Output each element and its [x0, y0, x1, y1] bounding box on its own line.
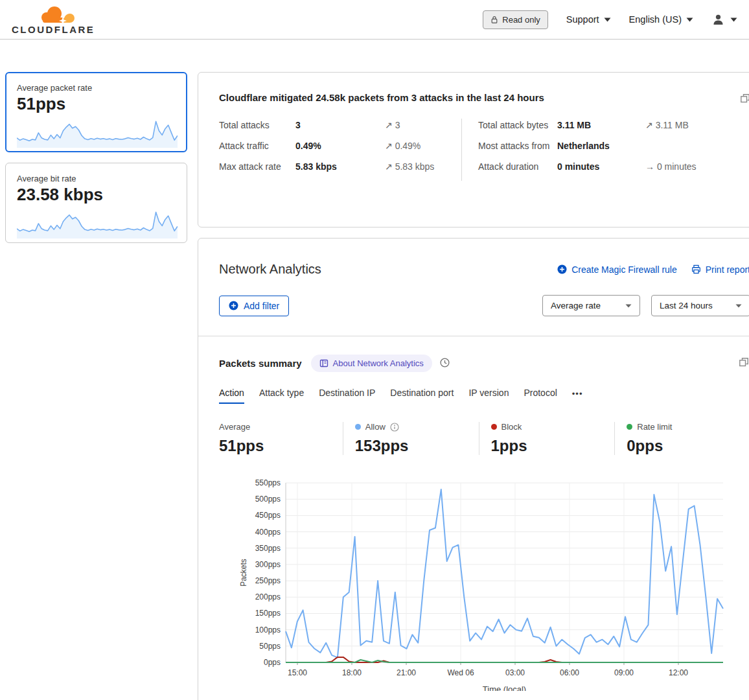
- info-icon[interactable]: [390, 423, 399, 432]
- stat-value: 153pps: [355, 437, 479, 455]
- book-icon: [319, 359, 328, 368]
- main-column: Cloudflare mitigated 24.58k packets from…: [198, 72, 749, 700]
- chevron-down-icon: [686, 18, 693, 22]
- metric-card-bit-rate[interactable]: Average bit rate 23.58 kbps: [5, 163, 187, 243]
- stat-label: Rate limit: [637, 422, 672, 432]
- cloudflare-logo-text: CLOUDFLARE: [12, 24, 95, 35]
- stat-row: Total attack bytes 3.11 MB ↗ 3.11 MB: [478, 119, 749, 132]
- trend-up-icon: ↗: [385, 141, 393, 151]
- stat-change: ↗ 3: [385, 119, 400, 132]
- stat-row: Attack traffic 0.49% ↗ 0.49%: [219, 139, 461, 153]
- stat-value: 3: [295, 119, 385, 132]
- printer-icon: [691, 264, 701, 274]
- svg-text:100pps: 100pps: [255, 625, 281, 635]
- stat-row: Total attacks 3 ↗ 3: [219, 119, 461, 132]
- stat-row: Most attacks from Netherlands: [478, 139, 749, 153]
- arrow-right-icon: →: [645, 161, 654, 172]
- packet-rate-sparkline: [17, 114, 178, 149]
- summary-stats-right: Total attack bytes 3.11 MB ↗ 3.11 MB Mos…: [461, 119, 749, 181]
- stat-change: ↗ 5.83 kbps: [385, 160, 434, 174]
- chevron-down-icon: [604, 18, 611, 22]
- clock-icon: [440, 358, 450, 368]
- packets-chart: 0pps50pps100pps150pps200pps250pps300pps3…: [237, 477, 749, 694]
- read-only-badge: Read only: [483, 10, 548, 29]
- attack-summary-card: Cloudflare mitigated 24.58k packets from…: [198, 72, 749, 228]
- stat-label: Block: [501, 422, 522, 432]
- support-menu[interactable]: Support: [566, 14, 611, 25]
- svg-text:450pps: 450pps: [255, 511, 281, 520]
- stat-label: Total attacks: [219, 119, 295, 132]
- metric-select[interactable]: Average rate: [542, 295, 640, 316]
- metric-label: Average bit rate: [17, 174, 177, 183]
- add-filter-button[interactable]: Add filter: [219, 296, 289, 316]
- tab-protocol[interactable]: Protocol: [524, 388, 557, 404]
- history-clock-button[interactable]: [439, 356, 451, 371]
- stat-change: ↗ 0.49%: [385, 139, 421, 153]
- stat-change: → 0 minutes: [645, 160, 697, 174]
- svg-text:09:00: 09:00: [614, 668, 634, 677]
- tab-action[interactable]: Action: [219, 388, 244, 404]
- language-menu[interactable]: English (US): [629, 14, 693, 25]
- svg-text:350pps: 350pps: [255, 544, 281, 553]
- svg-text:150pps: 150pps: [255, 609, 281, 618]
- stat-label: Max attack rate: [219, 160, 295, 174]
- user-icon: [711, 13, 725, 27]
- metric-cards-column: Average packet rate 51pps Average bit ra…: [5, 72, 187, 243]
- stat-label: Total attack bytes: [478, 119, 557, 132]
- svg-text:400pps: 400pps: [255, 528, 281, 537]
- svg-text:21:00: 21:00: [397, 668, 416, 677]
- svg-text:50pps: 50pps: [259, 642, 281, 651]
- stat-change: ↗ 3.11 MB: [645, 119, 689, 132]
- stat-value: 0.49%: [295, 139, 385, 153]
- network-analytics-title: Network Analytics: [219, 262, 321, 277]
- stat-label: Average: [219, 422, 250, 432]
- print-report-link[interactable]: Print report: [691, 264, 749, 275]
- allow-dot: [355, 424, 361, 430]
- trend-up-icon: ↗: [385, 161, 393, 172]
- svg-text:15:00: 15:00: [288, 668, 307, 677]
- cloudflare-logo[interactable]: CLOUDFLARE: [12, 5, 95, 35]
- svg-text:200pps: 200pps: [255, 592, 281, 601]
- plus-circle-icon: [229, 301, 238, 310]
- svg-text:06:00: 06:00: [560, 668, 579, 677]
- chevron-down-icon: [730, 18, 737, 22]
- tab-destination-ip[interactable]: Destination IP: [319, 388, 375, 404]
- metric-value: 51pps: [17, 94, 177, 114]
- stat-value: 1pps: [491, 437, 615, 455]
- stat-value: 0 minutes: [557, 160, 645, 174]
- packets-time-series-chart: 0pps50pps100pps150pps200pps250pps300pps3…: [237, 477, 730, 691]
- network-analytics-card: Network Analytics Create Magic Firewall …: [198, 238, 749, 700]
- account-menu[interactable]: [711, 13, 737, 27]
- dimension-tabs: Action Attack type Destination IP Destin…: [219, 388, 749, 404]
- about-network-analytics-badge[interactable]: About Network Analytics: [311, 355, 432, 372]
- stat-row: Max attack rate 5.83 kbps ↗ 5.83 kbps: [219, 160, 461, 174]
- svg-text:250pps: 250pps: [255, 576, 281, 585]
- stat-allow: Allow 153pps: [343, 422, 479, 455]
- tab-ip-version[interactable]: IP version: [468, 388, 509, 404]
- more-tabs-button[interactable]: •••: [572, 389, 583, 403]
- stat-value: 0pps: [627, 437, 749, 455]
- svg-text:Packets: Packets: [239, 559, 248, 587]
- stat-value: 3.11 MB: [557, 119, 645, 132]
- tab-attack-type[interactable]: Attack type: [259, 388, 304, 404]
- chevron-down-icon: [735, 304, 742, 308]
- svg-text:550pps: 550pps: [255, 478, 281, 487]
- stat-row: Attack duration 0 minutes → 0 minutes: [478, 160, 749, 174]
- top-navigation: CLOUDFLARE Read only Support English (US…: [0, 0, 749, 40]
- tab-destination-port[interactable]: Destination port: [390, 388, 454, 404]
- stat-value: Netherlands: [557, 139, 645, 153]
- time-range-select[interactable]: Last 24 hours: [651, 295, 749, 316]
- svg-text:12:00: 12:00: [669, 668, 688, 677]
- page-content: Average packet rate 51pps Average bit ra…: [0, 40, 749, 700]
- metric-select-value: Average rate: [551, 301, 601, 310]
- copy-packets-summary-button[interactable]: [737, 356, 749, 371]
- metric-card-packet-rate[interactable]: Average packet rate 51pps: [5, 72, 187, 152]
- copy-summary-button[interactable]: [739, 92, 749, 107]
- svg-text:0pps: 0pps: [264, 658, 281, 667]
- svg-text:Wed 06: Wed 06: [447, 668, 474, 677]
- create-magic-firewall-rule-link[interactable]: Create Magic Firewall rule: [557, 264, 677, 275]
- bit-rate-sparkline: [17, 205, 178, 240]
- block-dot: [491, 424, 497, 430]
- stat-label: Most attacks from: [478, 139, 557, 153]
- summary-stats-left: Total attacks 3 ↗ 3 Attack traffic 0.49%…: [219, 119, 461, 181]
